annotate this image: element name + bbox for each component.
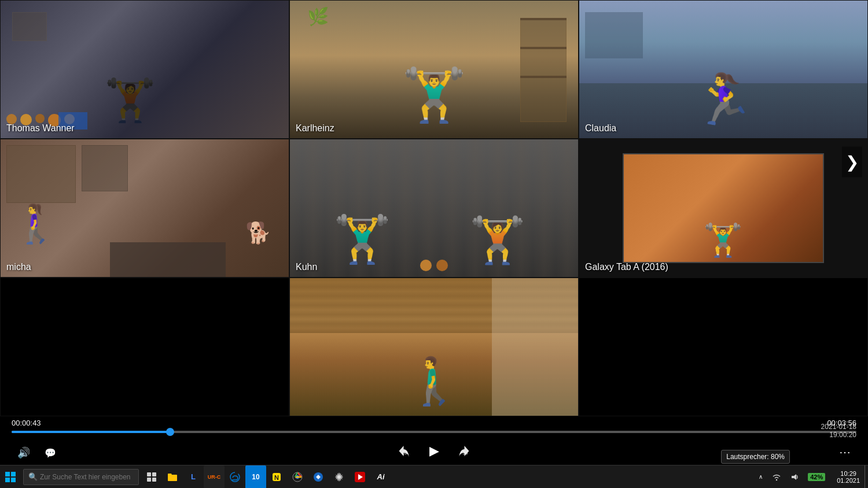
ai-button[interactable]: Ai xyxy=(370,465,391,489)
progress-container xyxy=(0,428,868,436)
network-icon[interactable] xyxy=(767,465,786,489)
svg-rect-3 xyxy=(11,472,16,476)
participant-cell-galaxy[interactable]: 🏋️‍♂️ Galaxy Tab A (2016) xyxy=(579,139,868,278)
captions-button[interactable]: 💬 xyxy=(42,445,59,461)
participant-cell-karlheinz[interactable]: 🏋️‍♂️ 🌿 Karlheinz xyxy=(289,0,579,139)
launcher-button[interactable]: L xyxy=(183,465,204,489)
taskbar-right: ∧ 42% 10:29 01.2021 xyxy=(754,465,868,489)
svg-text:30: 30 xyxy=(463,450,468,456)
participant-cell-thomas[interactable]: 🏋️ Thomas Wanner xyxy=(0,0,289,139)
svg-rect-5 xyxy=(11,478,16,482)
clock-time: 10:29 xyxy=(840,470,856,477)
volume-icon[interactable] xyxy=(786,465,803,489)
svg-rect-8 xyxy=(147,478,151,482)
edge-button[interactable] xyxy=(225,465,245,489)
time-current: 00:00:43 xyxy=(12,419,41,427)
progress-fill xyxy=(12,431,170,433)
svg-text:10: 10 xyxy=(402,450,407,456)
clock[interactable]: 10:29 01.2021 xyxy=(832,470,865,484)
store-button[interactable]: 10 xyxy=(245,465,266,489)
participant-label-claudia: Claudia xyxy=(585,123,616,134)
participant-cell-kuhn[interactable]: 🏋️‍♂️ 🏋️ Kuhn xyxy=(289,139,579,278)
date-overlay: 2021-01-18 19:00:20 xyxy=(821,423,856,439)
show-desktop-button[interactable] xyxy=(865,465,868,489)
forward-button[interactable]: 30 xyxy=(454,440,476,462)
left-controls: 🔊 💬 xyxy=(12,443,62,462)
chrome-button[interactable] xyxy=(287,465,308,489)
progress-track[interactable] xyxy=(12,431,856,433)
urc-button[interactable]: UR-C xyxy=(204,465,225,489)
task-view-button[interactable] xyxy=(141,465,162,489)
svg-rect-2 xyxy=(5,472,10,476)
more-options-button[interactable]: ⋯ xyxy=(836,442,854,462)
battery-indicator[interactable]: 42% xyxy=(803,465,832,489)
progress-thumb[interactable] xyxy=(166,428,174,436)
participant-label-galaxy: Galaxy Tab A (2016) xyxy=(585,262,668,272)
svg-rect-9 xyxy=(152,478,156,482)
participant-label-kuhn: Kuhn xyxy=(296,262,317,272)
participant-label-karlheinz: Karlheinz xyxy=(296,123,334,134)
participant-cell-bottom[interactable]: 🚶‍♂️ xyxy=(289,278,579,416)
file-explorer-button[interactable] xyxy=(162,465,183,489)
search-input[interactable] xyxy=(40,473,133,481)
clock-date: 01.2021 xyxy=(837,477,860,484)
volume-tooltip: Lautsprecher: 80% xyxy=(721,450,790,464)
tray-expand[interactable]: ∧ xyxy=(754,465,767,489)
start-button[interactable] xyxy=(0,465,21,489)
participant-label-micha: micha xyxy=(6,262,31,272)
volume-button[interactable]: 🔊 xyxy=(14,443,33,462)
participant-cell-claudia[interactable]: 🏃‍♀️ Claudia xyxy=(579,0,868,139)
search-box[interactable]: 🔍 xyxy=(23,469,139,485)
norton-button[interactable]: N xyxy=(266,465,287,489)
center-controls: 10 ▶ 30 xyxy=(390,440,479,462)
svg-rect-4 xyxy=(5,478,10,482)
participant-label-thomas: Thomas Wanner xyxy=(6,123,75,134)
right-controls: ⋯ xyxy=(833,442,856,462)
media-play-button[interactable] xyxy=(350,465,370,489)
svg-marker-18 xyxy=(792,474,796,480)
blue-app-button[interactable] xyxy=(308,465,329,489)
taskbar: 🔍 L UR-C 10 N xyxy=(0,465,868,488)
svg-text:N: N xyxy=(274,474,279,481)
video-grid: 🏋️ Thomas Wanner 🏋️‍♂️ 🌿 Karlheinz xyxy=(0,0,868,416)
participant-cell-empty-left xyxy=(0,278,289,416)
svg-rect-7 xyxy=(152,472,156,476)
rewind-button[interactable]: 10 xyxy=(393,440,415,462)
participant-cell-micha[interactable]: 🐕 🚶‍♀️ micha xyxy=(0,139,289,278)
participant-cell-empty-right xyxy=(579,278,868,416)
svg-rect-6 xyxy=(147,472,151,476)
next-participant-arrow[interactable]: ❯ xyxy=(842,147,862,178)
play-button[interactable]: ▶ xyxy=(426,441,442,461)
settings-button[interactable] xyxy=(329,465,350,489)
